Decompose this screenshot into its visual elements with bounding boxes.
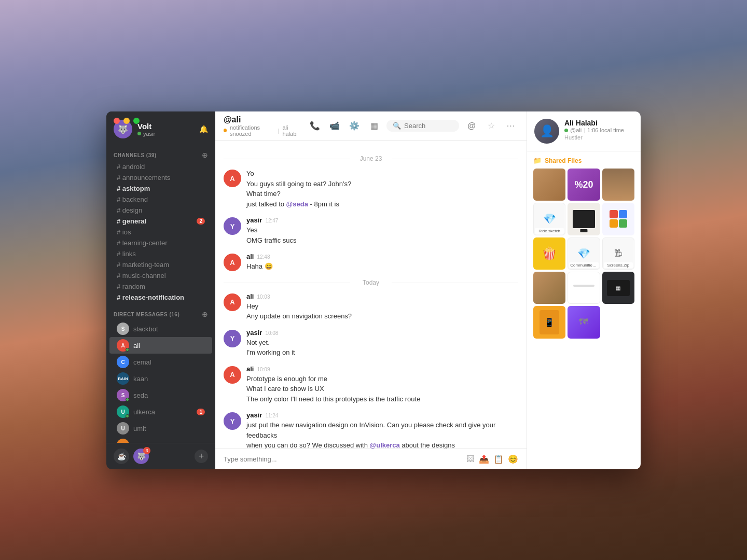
- msg-header-3: ali 12:48: [246, 253, 518, 260]
- channel-item-links[interactable]: # links: [109, 248, 212, 259]
- chat-subtitle: notifications snoozed | ali halabi: [224, 124, 301, 137]
- dm-item-kaan[interactable]: BAIN kaan: [109, 370, 212, 387]
- file-thumb-11[interactable]: [568, 272, 600, 304]
- chat-title: @ali: [224, 115, 301, 124]
- sidebar-brand: Volt yasir: [137, 122, 194, 137]
- dm-avatar-yasin: Y: [117, 439, 129, 443]
- dm-label: DIRECT MESSAGES (16): [114, 312, 179, 317]
- msg-author-ali-4: ali: [246, 365, 254, 373]
- files-grid: %20 💎 Ride.sketch: [533, 169, 634, 339]
- emoji-picker-icon[interactable]: 😊: [508, 454, 518, 464]
- channel-item-design[interactable]: # design: [109, 205, 212, 216]
- dm-avatar-slackbot: S: [117, 323, 129, 335]
- add-channel-icon[interactable]: ⊕: [202, 151, 208, 159]
- file-thumb-8[interactable]: 💎 Communities...: [568, 237, 600, 270]
- channel-item-android[interactable]: # android: [109, 161, 212, 172]
- file-thumb-10[interactable]: [533, 272, 565, 304]
- search-input[interactable]: [404, 122, 456, 130]
- file-thumb-6[interactable]: [602, 203, 634, 235]
- profile-name: Ali Halabi: [564, 119, 624, 127]
- file-thumb-4[interactable]: 💎 Ride.sketch: [533, 203, 565, 235]
- msg-avatar-ali-1: A: [224, 170, 241, 187]
- code-snippet-icon[interactable]: 📋: [493, 454, 504, 464]
- msg-text-ux: What I care to show is UX: [246, 384, 518, 394]
- image-upload-icon[interactable]: 🖼: [466, 454, 475, 464]
- dm-avatar-ulkerca: U: [117, 405, 129, 418]
- channel-item-marketing-team[interactable]: # marketing-team: [109, 259, 212, 270]
- file-thumb-13[interactable]: 📱: [533, 306, 565, 338]
- profile-avatar: 👤: [534, 119, 559, 144]
- message-group-5: Y yasir 10:08 Not yet. I'm working on it: [224, 329, 518, 358]
- msg-text-notyet: Not yet.: [246, 338, 518, 348]
- file-thumb-14[interactable]: 🗺: [568, 306, 600, 338]
- add-dm-icon[interactable]: ⊕: [202, 310, 208, 318]
- channel-item-asktopm[interactable]: # asktopm: [109, 183, 212, 194]
- dm-item-seda[interactable]: S seda: [109, 387, 212, 403]
- file-thumb-7[interactable]: 🍿: [533, 237, 565, 270]
- file-thumb-12[interactable]: ▦: [602, 272, 634, 304]
- date-divider-today: Today: [224, 279, 518, 286]
- dm-item-ali[interactable]: A ali: [109, 337, 212, 354]
- msg-text-navigation: Any update on navigation screens?: [246, 311, 518, 321]
- dm-item-umit[interactable]: U umit: [109, 420, 212, 437]
- wolf-icon-btn[interactable]: 🐺 3: [133, 449, 149, 464]
- dm-item-ulkerca[interactable]: U ulkerca 1: [109, 403, 212, 420]
- file-thumb-2[interactable]: %20: [568, 169, 600, 201]
- sidebar-toggle-btn[interactable]: ▦: [367, 119, 381, 133]
- ulkerca-badge: 1: [197, 409, 205, 415]
- file-thumb-9[interactable]: 🗜 Screens.Zip: [602, 237, 634, 270]
- video-icon-btn[interactable]: 📹: [327, 119, 342, 133]
- general-badge: 2: [197, 218, 205, 225]
- seda-online-dot: [126, 398, 129, 401]
- dm-item-yasin[interactable]: Y yasin: [109, 437, 212, 443]
- channel-item-announcements[interactable]: # announcements: [109, 172, 212, 183]
- channel-item-backend[interactable]: # backend: [109, 194, 212, 205]
- channel-item-music-channel[interactable]: # music-channel: [109, 270, 212, 281]
- msg-avatar-yasir-2: Y: [224, 330, 241, 347]
- msg-avatar-yasir-1: Y: [224, 217, 241, 235]
- message-group-3: A ali 12:48 Haha 😄: [224, 253, 518, 272]
- channel-item-release-notification[interactable]: # release-notification: [109, 292, 212, 303]
- settings-icon-btn[interactable]: ⚙️: [347, 119, 362, 133]
- add-workspace-button[interactable]: +: [195, 450, 208, 463]
- mention-icon-btn[interactable]: @: [464, 119, 479, 133]
- close-button[interactable]: [114, 118, 120, 124]
- channel-item-general[interactable]: # general 2: [109, 216, 212, 227]
- file-thumb-1[interactable]: [533, 169, 565, 201]
- file-thumb-3[interactable]: [602, 169, 634, 201]
- msg-avatar-ali-4: A: [224, 366, 241, 384]
- minimize-button[interactable]: [123, 118, 130, 124]
- channel-item-ios[interactable]: # ios: [109, 227, 212, 237]
- dm-avatar-seda: S: [117, 389, 129, 401]
- msg-header-7: yasir 11:24: [246, 411, 518, 419]
- star-icon-btn[interactable]: ☆: [484, 119, 499, 133]
- notification-bell-icon[interactable]: 🔔: [199, 125, 208, 133]
- file-thumb-5[interactable]: [568, 203, 600, 235]
- bottom-icons: ☕ 🐺 3: [114, 449, 149, 464]
- dm-item-slackbot[interactable]: S slackbot: [109, 320, 212, 337]
- file-upload-icon[interactable]: 📤: [479, 454, 489, 464]
- msg-content-6: ali 10:09 Prototype is enough for me Wha…: [246, 365, 518, 404]
- channel-item-learning-center[interactable]: # learning-center: [109, 237, 212, 248]
- dm-avatar-cemal: C: [117, 356, 129, 368]
- sidebar-bottom: ☕ 🐺 3 +: [106, 443, 215, 469]
- msg-author-ali-2: ali: [246, 253, 254, 260]
- shared-files-icon: 📁: [533, 157, 542, 164]
- user-tag-text: ali halabi: [282, 124, 301, 137]
- ali-online-dot: [126, 348, 129, 352]
- profile-time: 1:06 local time: [587, 127, 624, 133]
- maximize-button[interactable]: [133, 118, 140, 124]
- more-icon-btn[interactable]: ···: [504, 119, 518, 133]
- phone-icon-btn[interactable]: 📞: [308, 119, 322, 133]
- dm-item-cemal[interactable]: C cemal: [109, 354, 212, 370]
- coffee-icon-btn[interactable]: ☕: [114, 449, 129, 464]
- emoji-smile: 😄: [265, 262, 273, 270]
- msg-text-invision: just put the new navigation design on In…: [246, 420, 518, 440]
- notification-status-dot: [224, 129, 227, 132]
- msg-content-3: ali 12:48 Haha 😄: [246, 253, 518, 272]
- msg-content-4: ali 10:03 Hey Any update on navigation s…: [246, 292, 518, 321]
- channel-item-random[interactable]: # random: [109, 281, 212, 292]
- date-divider-june23: June 23: [224, 155, 518, 162]
- at-icon: @: [467, 121, 476, 131]
- chat-input[interactable]: [224, 455, 461, 463]
